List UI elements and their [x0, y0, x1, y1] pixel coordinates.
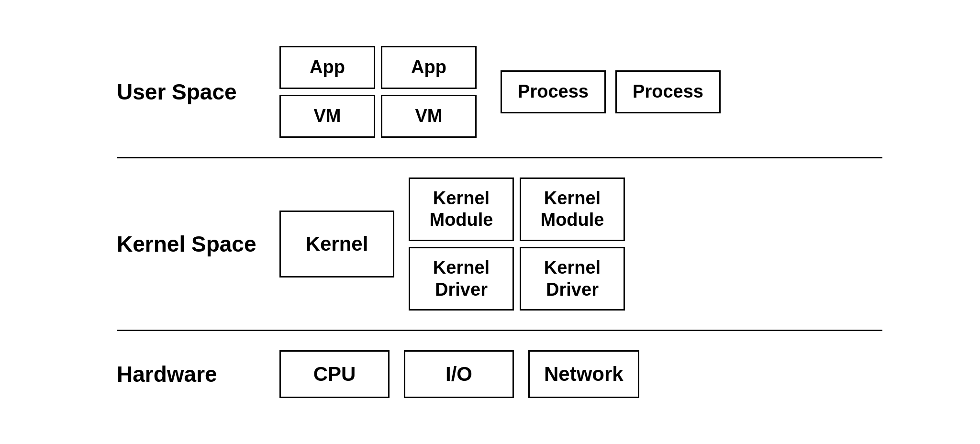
kernel-space-label: Kernel Space — [117, 231, 279, 257]
process-box-2: Process — [615, 70, 721, 113]
kernel-space-content: Kernel KernelModule KernelModule KernelD… — [279, 178, 625, 311]
user-space-label: User Space — [117, 79, 279, 105]
kernel-driver-box-1: KernelDriver — [409, 247, 514, 311]
vm-box-1: VM — [279, 95, 375, 138]
io-box: I/O — [404, 350, 514, 398]
kernel-module-box-2: KernelModule — [520, 178, 625, 241]
user-space-layer: User Space App App VM VM Process Process — [107, 27, 873, 157]
network-box: Network — [528, 350, 639, 398]
diagram: User Space App App VM VM Process Process… — [107, 27, 873, 417]
process-box-1: Process — [501, 70, 606, 113]
cpu-box: CPU — [279, 350, 390, 398]
process-group: Process Process — [501, 70, 721, 113]
app-box-2: App — [381, 46, 477, 89]
kernel-box: Kernel — [279, 211, 394, 278]
app-vm-group: App App VM VM — [279, 46, 477, 138]
hardware-label: Hardware — [117, 361, 279, 387]
user-space-content: App App VM VM Process Process — [279, 46, 721, 138]
vm-box-2: VM — [381, 95, 477, 138]
kernel-space-layer: Kernel Space Kernel KernelModule KernelM… — [107, 158, 873, 330]
hardware-layer: Hardware CPU I/O Network — [107, 331, 873, 417]
kernel-module-box-1: KernelModule — [409, 178, 514, 241]
kernel-module-group: KernelModule KernelModule KernelDriver K… — [409, 178, 625, 311]
app-box-1: App — [279, 46, 375, 89]
kernel-driver-box-2: KernelDriver — [520, 247, 625, 311]
hardware-content: CPU I/O Network — [279, 350, 639, 398]
